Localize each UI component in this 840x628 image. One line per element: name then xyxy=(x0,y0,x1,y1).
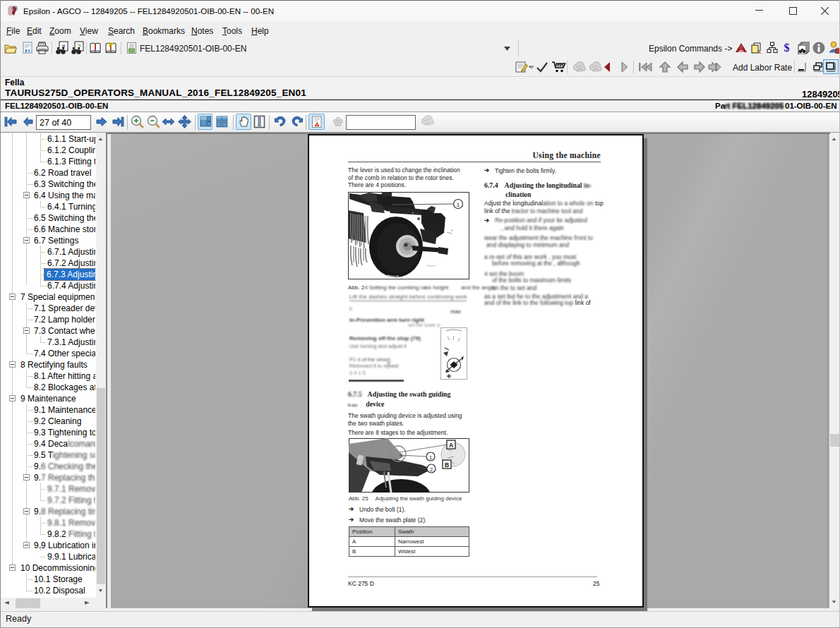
svg-text:1: 1 xyxy=(457,202,460,208)
svg-text:B: B xyxy=(445,461,449,469)
svg-text:A: A xyxy=(449,442,453,449)
svg-text:$: $ xyxy=(784,42,790,54)
svg-text:2: 2 xyxy=(430,466,433,473)
svg-text:1: 1 xyxy=(429,454,432,461)
